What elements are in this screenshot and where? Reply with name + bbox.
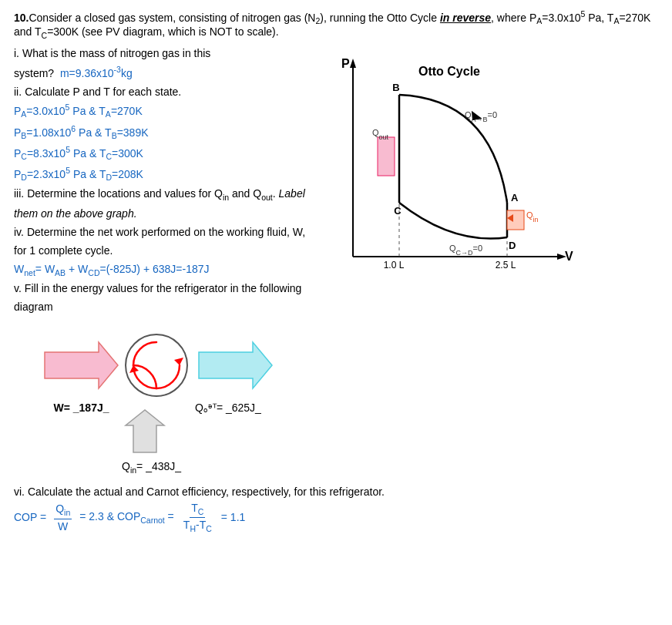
svg-marker-19 xyxy=(126,410,164,452)
w-arrow xyxy=(37,338,122,392)
refrigerator-section: W= _187J_ Qₒᵊᵀ= _625J_ Qin= _438J_ xyxy=(14,331,658,475)
svg-text:V: V xyxy=(565,250,573,263)
qout-diagram-label: Qout xyxy=(372,128,389,141)
v1-label: 1.0 L xyxy=(384,260,405,270)
svg-marker-1 xyxy=(350,59,356,68)
part-v: v.Fill in the energy values for the refr… xyxy=(14,280,307,317)
engine-circle xyxy=(122,331,191,400)
svg-text:P: P xyxy=(341,57,350,70)
diagram-title: Otto Cycle xyxy=(418,65,480,78)
part-i: i.What is the mass of nitrogen gas in th… xyxy=(14,45,307,82)
part-vi-section: vi.Calculate the actual and Carnot effic… xyxy=(14,486,658,535)
part-iii: iii.Determine the locations and values f… xyxy=(14,185,307,223)
qin-value-label: Qin= _438J_ xyxy=(122,460,181,472)
svg-marker-18 xyxy=(199,342,272,388)
w-value-label: W= _187J_ xyxy=(54,402,109,414)
point-d: D xyxy=(509,240,516,251)
v2-label: 2.5 L xyxy=(496,260,516,270)
qin-diagram-label: Qin xyxy=(526,210,539,223)
question-text: 10.Consider a closed gas system, consist… xyxy=(14,9,658,40)
svg-rect-11 xyxy=(507,210,524,230)
left-column: i.What is the mass of nitrogen gas in th… xyxy=(14,45,307,317)
pa-value: PA=3.0x105 Pa & TA=270K xyxy=(14,101,307,122)
point-a: A xyxy=(511,192,519,203)
point-b: B xyxy=(392,82,399,93)
qin-arrow xyxy=(122,406,168,456)
part-ii: ii.Calculate P and T for each state. xyxy=(14,83,307,102)
question-header: 10.Consider a closed gas system, consist… xyxy=(14,9,658,40)
qout-value-label: Qₒᵊᵀ= _625J_ xyxy=(195,402,261,414)
part-vi-text: vi.Calculate the actual and Carnot effic… xyxy=(14,486,658,498)
point-c: C xyxy=(394,205,402,217)
cop-formula: COP = Qin W = 2.3 & COPCarnot = TC TH-TC… xyxy=(14,501,658,535)
right-column: P V Otto Cycle 1.0 L 2.5 L xyxy=(314,45,658,317)
pc-value: PC=8.3x105 Pa & TC=300K xyxy=(14,143,307,164)
wnet-value: Wnet= WAB + WCD=(-825J) + 638J=-187J xyxy=(14,260,307,281)
pd-value: PD=2.3x105 Pa & TD=208K xyxy=(14,164,307,185)
svg-marker-14 xyxy=(45,342,118,388)
qc-d-label: QC→D=0 xyxy=(449,244,482,257)
svg-rect-10 xyxy=(378,137,395,176)
part-i-answer: m=9.36x10-3kg xyxy=(60,67,133,79)
pb-value: PB=1.08x106 Pa & TB=389K xyxy=(14,123,307,143)
qout-arrow xyxy=(191,338,276,392)
part-iv: iv.Determine the net work performed on t… xyxy=(14,223,307,260)
pv-diagram: P V Otto Cycle 1.0 L 2.5 L xyxy=(314,52,576,291)
